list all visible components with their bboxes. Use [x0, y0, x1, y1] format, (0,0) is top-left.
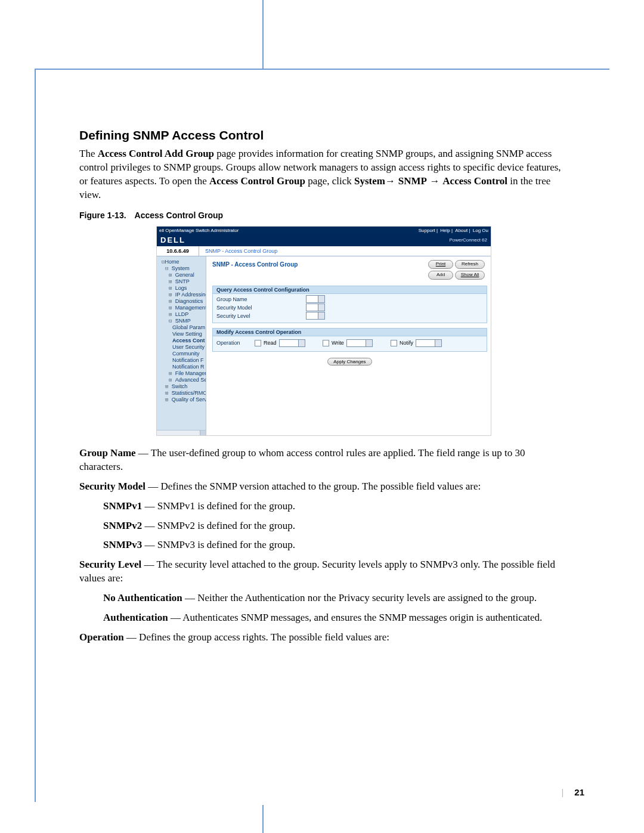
action-buttons: Print Refresh Add Show All — [428, 260, 485, 280]
term: Operation — [79, 631, 124, 643]
label-group-name: Group Name — [216, 296, 306, 302]
term-access-control-group: Access Control Group — [209, 175, 305, 187]
add-button[interactable]: Add — [428, 271, 453, 280]
modify-panel: Operation Read Write Notify — [212, 336, 487, 352]
text: — Authenticates SNMP messages, and ensur… — [168, 612, 543, 623]
section-heading: Defining SNMP Access Control — [79, 128, 568, 143]
checkbox-notify[interactable] — [391, 340, 397, 346]
tree-access-cont[interactable]: Access Cont — [172, 337, 205, 343]
term-access-control-add-group: Access Control Add Group — [98, 148, 214, 159]
query-panel: Group Name Security Model Security Level — [212, 294, 487, 323]
tree-view[interactable]: View Setting — [172, 331, 202, 337]
show-all-button[interactable]: Show All — [455, 271, 485, 280]
tree-logs[interactable]: Logs — [175, 285, 187, 291]
apply-row: Apply Changes — [212, 358, 487, 366]
text: — The user-defined group to whom access … — [79, 447, 525, 472]
dell-logo: DELL — [160, 236, 185, 244]
term: Authentication — [103, 612, 168, 623]
tree-snmp[interactable]: SNMP — [175, 318, 191, 324]
text: — Defines the group access rights. The p… — [124, 631, 389, 643]
label-operation: Operation — [216, 340, 246, 346]
checkbox-read[interactable] — [255, 340, 261, 346]
figure-number: Figure 1-13. — [79, 210, 126, 220]
def-operation: Operation — Defines the group access rig… — [79, 631, 568, 645]
product-label: PowerConnect 62 — [449, 237, 487, 243]
print-button[interactable]: Print — [428, 260, 453, 269]
tree-home[interactable]: Home — [165, 259, 179, 265]
tree-general[interactable]: General — [175, 272, 194, 278]
crop-mark-top — [262, 0, 264, 69]
def-auth: Authentication — Authenticates SNMP mess… — [103, 611, 568, 625]
row-security-level: Security Level — [216, 312, 483, 320]
tree-notif-f[interactable]: Notification F — [172, 357, 204, 363]
link-help[interactable]: Help — [440, 228, 450, 233]
tree-filemgr[interactable]: File Managemen — [175, 370, 206, 376]
select-group-name[interactable] — [306, 295, 325, 303]
screenshot-access-control-group: ell OpenManage Switch Administrator Supp… — [156, 226, 491, 436]
tree-switch[interactable]: Switch — [172, 383, 188, 389]
tree-qos[interactable]: Quality of Service — [172, 397, 206, 402]
label-security-level: Security Level — [216, 313, 306, 319]
row-operation: Operation Read Write Notify — [216, 337, 483, 349]
term: SNMPv1 — [103, 500, 142, 512]
link-logout[interactable]: Log Ou — [473, 228, 488, 233]
def-group-name: Group Name — The user-defined group to w… — [79, 447, 568, 474]
page-frame-top — [35, 69, 609, 70]
tree-usersec[interactable]: User Security — [172, 344, 205, 350]
text: — SNMPv2 is defined for the group. — [142, 520, 295, 531]
tree-adv[interactable]: Advanced Settin — [175, 377, 206, 383]
breadcrumb: SNMP - Access Control Group — [199, 246, 277, 256]
def-security-level: Security Level — The security level atta… — [79, 558, 568, 586]
select-notify[interactable] — [416, 339, 442, 347]
device-ip: 10.6.6.49 — [157, 246, 199, 256]
tree-notif-r[interactable]: Notification R — [172, 364, 205, 370]
brand-bar: DELL PowerConnect 62 — [157, 234, 491, 246]
text: — Neither the Authentication nor the Pri… — [182, 592, 537, 603]
label-security-model: Security Model — [216, 305, 306, 311]
select-security-model[interactable] — [306, 304, 325, 311]
arrow: → — [427, 175, 442, 187]
text: — The security level attached to the gro… — [79, 559, 555, 584]
arrow: → — [385, 175, 398, 187]
page-number-value: 21 — [574, 787, 584, 797]
link-support[interactable]: Support — [419, 228, 435, 233]
text: — Defines the SNMP version attached to t… — [145, 481, 481, 492]
def-no-auth: No Authentication — Neither the Authenti… — [103, 592, 568, 605]
tree-lldp[interactable]: LLDP — [175, 311, 189, 317]
window-titlebar: ell OpenManage Switch Administrator Supp… — [157, 227, 491, 234]
apply-changes-button[interactable]: Apply Changes — [327, 358, 371, 366]
tree-sntp[interactable]: SNTP — [175, 278, 190, 284]
select-write[interactable] — [346, 339, 373, 347]
main-panel: SNMP - Access Control Group Print Refres… — [206, 256, 491, 436]
refresh-button[interactable]: Refresh — [455, 260, 485, 269]
nav-tree[interactable]: ⊟Home ⊟ System ⊞ General ⊞ SNTP ⊞ Logs ⊞… — [157, 256, 206, 436]
tree-mgmt[interactable]: Management Se — [175, 305, 206, 311]
op-read: Read — [264, 340, 277, 346]
term: SNMPv3 — [103, 539, 142, 550]
tree-stats[interactable]: Statistics/RMON — [172, 390, 206, 396]
select-read[interactable] — [279, 339, 305, 347]
document-page: Defining SNMP Access Control The Access … — [0, 0, 644, 833]
tree-global[interactable]: Global Param — [172, 324, 205, 330]
tree-community[interactable]: Community — [172, 351, 200, 357]
tree-system[interactable]: System — [172, 265, 190, 271]
tree-scrollbar[interactable] — [157, 430, 206, 436]
scroll-right-icon[interactable] — [200, 431, 206, 436]
tree-diag[interactable]: Diagnostics — [175, 298, 203, 304]
content-area: Defining SNMP Access Control The Access … — [79, 128, 568, 651]
link-about[interactable]: About — [455, 228, 467, 233]
row-security-model: Security Model — [216, 304, 483, 312]
def-security-model: Security Model — Defines the SNMP versio… — [79, 480, 568, 494]
def-snmpv3: SNMPv3 — SNMPv3 is defined for the group… — [103, 538, 568, 552]
window-links: Support | Help | About | Log Ou — [417, 227, 488, 234]
term: Security Level — [79, 559, 141, 570]
term: Group Name — [79, 447, 136, 459]
page-number: |21 — [561, 787, 584, 797]
row-group-name: Group Name — [216, 295, 483, 304]
tree-ip[interactable]: IP Addressing — [175, 292, 206, 298]
select-security-level[interactable] — [306, 312, 325, 320]
term: No Authentication — [103, 592, 182, 603]
section-query-header: Query Access Control Configuration — [212, 286, 487, 294]
path-access-control: Access Control — [442, 175, 507, 187]
checkbox-write[interactable] — [323, 340, 329, 346]
